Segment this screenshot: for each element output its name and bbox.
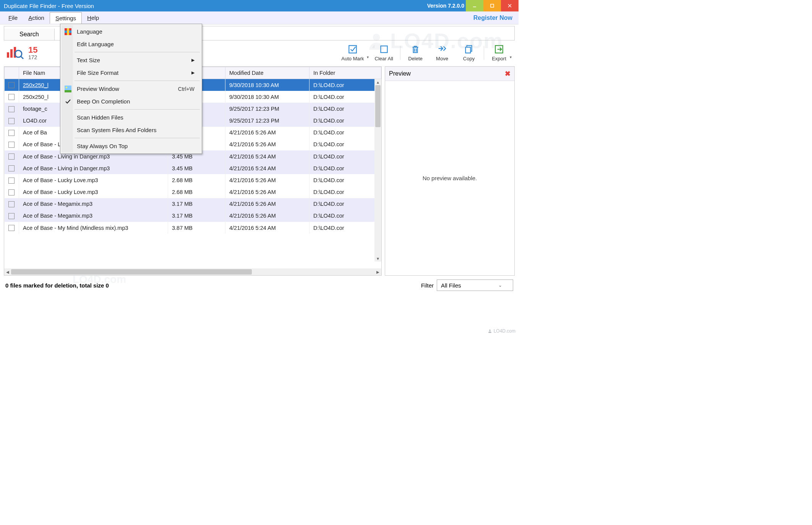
cell-folder: D:\LO4D.cor xyxy=(310,150,381,162)
table-row[interactable]: Ace of Base - Living in Danger.mp3 3.45 … xyxy=(5,162,381,174)
scroll-down-icon[interactable]: ▼ xyxy=(374,255,381,262)
status-bar: 0 files marked for deletion, total size … xyxy=(4,276,515,292)
cell-date: 9/30/2018 10:30 AM xyxy=(225,91,310,103)
scroll-left-icon[interactable]: ◀ xyxy=(4,270,11,274)
row-checkbox[interactable] xyxy=(8,165,15,171)
row-checkbox[interactable] xyxy=(8,106,15,112)
scroll-thumb[interactable] xyxy=(375,85,381,127)
delete-button[interactable]: Delete xyxy=(402,44,429,61)
horizontal-scrollbar[interactable]: ◀ ▶ xyxy=(4,268,381,275)
cell-size: 3.87 MB xyxy=(168,222,225,234)
menu-item-stay-on-top[interactable]: Stay Always On Top xyxy=(62,140,201,152)
cell-date: 9/30/2018 10:30 AM xyxy=(225,79,310,91)
header-date[interactable]: Modified Date xyxy=(225,67,310,79)
dropdown-caret-icon: ▾ xyxy=(367,55,369,59)
image-icon xyxy=(65,86,71,92)
cell-date: 4/21/2016 5:26 AM xyxy=(225,174,310,186)
menu-item-preview-window[interactable]: Preview WindowCtrl+W xyxy=(62,82,201,95)
cell-date: 4/21/2016 5:26 AM xyxy=(225,127,310,139)
cell-folder: D:\LO4D.cor xyxy=(310,79,381,91)
cell-folder: D:\LO4D.cor xyxy=(310,198,381,210)
row-checkbox[interactable] xyxy=(8,118,15,124)
titlebar: Duplicate File Finder - Free Version Ver… xyxy=(0,0,519,11)
preview-panel: Preview ✖ No preview available. xyxy=(385,66,515,276)
filter-select[interactable]: All Files ⌄ xyxy=(437,279,513,291)
export-button[interactable]: Export ▾ xyxy=(486,44,512,61)
menu-action[interactable]: Action xyxy=(23,12,50,23)
row-checkbox[interactable] xyxy=(8,82,15,88)
check-icon xyxy=(65,98,71,105)
cell-filename: Ace of Base - Lucky Love.mp3 xyxy=(19,174,168,186)
cell-folder: D:\LO4D.cor xyxy=(310,186,381,198)
scroll-up-icon[interactable]: ▲ xyxy=(374,79,381,85)
close-preview-icon[interactable]: ✖ xyxy=(505,69,511,78)
cell-filename: Ace of Base - Megamix.mp3 xyxy=(19,198,168,210)
clear-all-button[interactable]: Clear All xyxy=(370,44,399,61)
row-checkbox[interactable] xyxy=(8,178,15,184)
table-row[interactable]: Ace of Base - Lucky Love.mp3 2.68 MB 4/2… xyxy=(5,186,381,198)
cell-folder: D:\LO4D.cor xyxy=(310,91,381,103)
header-checkbox[interactable] xyxy=(5,67,19,79)
version-label: Version 7.2.0.0 xyxy=(427,3,464,9)
menu-help[interactable]: Help xyxy=(82,12,104,23)
cell-date: 4/21/2016 5:26 AM xyxy=(225,210,310,222)
copy-button[interactable]: Copy xyxy=(455,44,482,61)
cell-date: 4/21/2016 5:24 AM xyxy=(225,222,310,234)
table-row[interactable]: Ace of Base - Lucky Love.mp3 2.68 MB 4/2… xyxy=(5,174,381,186)
cell-size: 3.17 MB xyxy=(168,198,225,210)
row-checkbox[interactable] xyxy=(8,225,15,231)
table-row[interactable]: Ace of Base - My Mind (Mindless mix).mp3… xyxy=(5,222,381,234)
window-title: Duplicate File Finder - Free Version xyxy=(4,3,427,9)
tab-search[interactable]: Search xyxy=(4,29,55,40)
stats-icon xyxy=(6,45,24,61)
cell-date: 4/21/2016 5:24 AM xyxy=(225,150,310,162)
move-button[interactable]: Move xyxy=(429,44,455,61)
scroll-right-icon[interactable]: ▶ xyxy=(374,270,381,274)
cell-date: 4/21/2016 5:24 AM xyxy=(225,162,310,174)
header-folder[interactable]: In Folder xyxy=(310,67,381,79)
menu-item-scan-system[interactable]: Scan System Files And Folders xyxy=(62,124,201,136)
cell-size: 3.45 MB xyxy=(168,162,225,174)
table-row[interactable]: Ace of Base - Megamix.mp3 3.17 MB 4/21/2… xyxy=(5,198,381,210)
svg-line-8 xyxy=(21,56,23,59)
menu-item-edit-language[interactable]: Edit Language xyxy=(62,38,201,50)
svg-point-21 xyxy=(489,330,491,331)
auto-mark-button[interactable]: Auto Mark ▾ xyxy=(336,44,369,61)
menu-item-file-size-format[interactable]: File Size Format▶ xyxy=(62,66,201,79)
menu-item-text-size[interactable]: Text Size▶ xyxy=(62,54,201,66)
cell-size: 2.68 MB xyxy=(168,174,225,186)
row-checkbox[interactable] xyxy=(8,130,15,136)
row-checkbox[interactable] xyxy=(8,153,15,160)
cell-date: 4/21/2016 5:26 AM xyxy=(225,139,310,150)
svg-rect-18 xyxy=(65,90,71,92)
svg-rect-1 xyxy=(491,4,494,7)
menu-file[interactable]: File xyxy=(3,12,23,23)
row-checkbox[interactable] xyxy=(8,189,15,195)
menu-item-beep[interactable]: Beep On Completion xyxy=(62,95,201,108)
row-checkbox[interactable] xyxy=(8,142,15,148)
row-checkbox[interactable] xyxy=(8,201,15,207)
maximize-button[interactable] xyxy=(483,0,501,11)
menu-item-language[interactable]: Language xyxy=(62,25,201,38)
menu-settings[interactable]: Settings xyxy=(50,12,82,24)
menu-item-scan-hidden[interactable]: Scan Hidden Files xyxy=(62,111,201,124)
cell-folder: D:\LO4D.cor xyxy=(310,162,381,174)
filter-label: Filter xyxy=(421,282,434,289)
minimize-button[interactable] xyxy=(466,0,483,11)
svg-rect-10 xyxy=(381,46,387,52)
cell-folder: D:\LO4D.cor xyxy=(310,115,381,127)
chevron-down-icon: ⌄ xyxy=(498,283,502,288)
table-row[interactable]: Ace of Base - Megamix.mp3 3.17 MB 4/21/2… xyxy=(5,210,381,222)
row-checkbox[interactable] xyxy=(8,213,15,219)
toolbar: Auto Mark ▾ Clear All Delete Move Copy xyxy=(336,44,512,61)
row-checkbox[interactable] xyxy=(8,94,15,100)
cell-folder: D:\LO4D.cor xyxy=(310,127,381,139)
cell-filename: Ace of Base - My Mind (Mindless mix).mp3 xyxy=(19,222,168,234)
vertical-scrollbar[interactable]: ▲ ▼ xyxy=(374,79,381,262)
register-link[interactable]: Register Now xyxy=(473,15,515,21)
close-button[interactable] xyxy=(501,0,519,11)
scroll-thumb[interactable] xyxy=(11,269,252,275)
preview-title: Preview xyxy=(389,70,411,77)
cell-filename: Ace of Base - Living in Danger.mp3 xyxy=(19,162,168,174)
cell-filename: Ace of Base - Megamix.mp3 xyxy=(19,210,168,222)
